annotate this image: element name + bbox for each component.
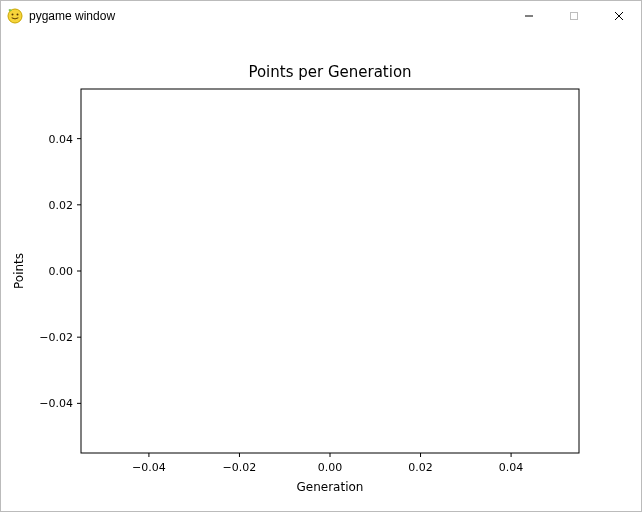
x-tick-label: −0.04: [132, 461, 166, 474]
svg-rect-4: [570, 13, 577, 20]
y-tick-label: 0.02: [49, 199, 74, 212]
window-title: pygame window: [29, 9, 115, 23]
x-ticks: −0.04−0.020.000.020.04: [132, 453, 523, 474]
plot-area: [81, 89, 579, 453]
y-ticks: −0.04−0.020.000.020.04: [39, 133, 81, 411]
y-tick-label: 0.00: [49, 265, 74, 278]
client-area: Points per Generation −0.04−0.020.000.02…: [1, 31, 641, 511]
x-tick-label: 0.04: [499, 461, 524, 474]
svg-point-1: [12, 14, 14, 16]
maximize-button[interactable]: [551, 1, 596, 31]
x-tick-label: 0.02: [408, 461, 433, 474]
x-axis-label: Generation: [297, 480, 364, 494]
titlebar: pygame window: [1, 1, 641, 31]
y-axis-label: Points: [12, 253, 26, 289]
pygame-icon: [7, 8, 23, 24]
y-tick-label: −0.04: [39, 397, 73, 410]
x-tick-label: −0.02: [223, 461, 257, 474]
x-tick-label: 0.00: [318, 461, 343, 474]
window-controls: [506, 1, 641, 31]
app-window: pygame window Points per Generation −0.0…: [0, 0, 642, 512]
y-tick-label: −0.02: [39, 331, 73, 344]
minimize-button[interactable]: [506, 1, 551, 31]
close-button[interactable]: [596, 1, 641, 31]
chart: Points per Generation −0.04−0.020.000.02…: [1, 31, 641, 511]
y-tick-label: 0.04: [49, 133, 74, 146]
svg-point-2: [17, 14, 19, 16]
chart-title: Points per Generation: [248, 63, 411, 81]
